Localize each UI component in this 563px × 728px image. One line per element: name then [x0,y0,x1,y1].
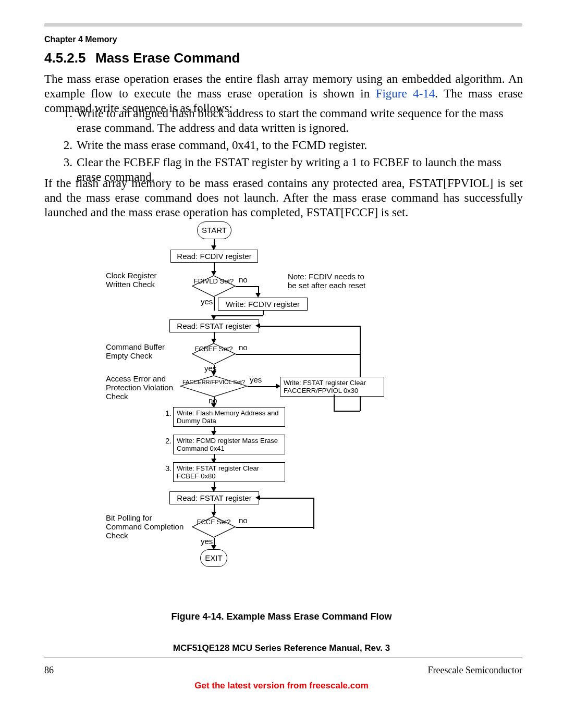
note-fcdiv: Note: FCDIV needs to be set after each r… [288,272,374,290]
figure-caption: Figure 4-14. Example Mass Erase Command … [0,611,563,622]
side-clock-check: Clock Register Written Check [106,271,174,289]
section-title: Mass Erase Command [95,50,240,66]
chapter-header: Chapter 4 Memory [44,35,117,44]
label-no: no [239,275,248,284]
label-no: no [239,343,248,352]
side-bitpoll: Bit Polling for Command Completion Check [106,513,189,540]
flowchart: START Read: FCDIV register FDIVLD Set? C… [104,221,417,604]
flow-read-fstat-1: Read: FSTAT register [169,319,259,332]
flow-step1: Write: Flash Memory Address and Dummy Da… [173,407,285,427]
flow-fcbef-decision: FCBEF Set? [192,343,236,365]
manual-title: MCF51QE128 MCU Series Reference Manual, … [0,643,563,653]
flow-faccerr-decision: FACCERR/FPVIOL Set? [180,375,248,397]
li-text: Write to an aligned flash block address … [77,106,522,135]
li-text: Write the mass erase command, 0x41, to t… [77,138,522,153]
label-yes: yes [201,537,213,546]
flow-fdivld-decision: FDIVLD Set? [192,275,236,297]
flow-exit: EXIT [200,549,227,567]
step-num: 3. [165,464,172,473]
page-number: 86 [44,665,54,676]
figure-ref-link[interactable]: Figure 4-14 [376,87,435,100]
get-latest-link[interactable]: Get the latest version from freescale.co… [0,681,563,691]
label-yes: yes [250,375,262,384]
step-num: 2. [165,436,172,445]
page: Chapter 4 Memory 4.5.2.5 Mass Erase Comm… [0,0,563,728]
side-cmdbuf: Command Buffer Empty Check [106,342,184,360]
label-yes: yes [201,297,213,306]
paragraph-2: If the flash array memory to be mass era… [44,176,523,220]
side-access: Access Error and Protection Violation Ch… [106,374,181,401]
flow-fccf-decision: FCCF Set? [192,516,236,538]
header-rule [44,23,522,27]
flow-step2: Write: FCMD register Mass Erase Command … [173,435,285,454]
flow-read-fstat-2: Read: FSTAT register [169,491,259,504]
brand-text: Freescale Semiconductor [428,665,522,676]
flow-clear-faccerr: Write: FSTAT register Clear FACCERR/FPVI… [280,377,384,397]
footer-rule [44,658,522,658]
list-item: 2.Write the mass erase command, 0x41, to… [59,138,522,153]
flow-read-fcdiv: Read: FCDIV register [170,250,258,263]
label-no: no [239,516,248,525]
ordered-list: 1.Write to an aligned flash block addres… [59,106,522,187]
flow-start: START [197,221,231,239]
section-number: 4.5.2.5 [44,50,86,66]
flow-step3: Write: FSTAT register Clear FCBEF 0x80 [173,462,285,482]
step-num: 1. [165,409,172,417]
flow-write-fcdiv: Write: FCDIV register [218,298,308,311]
list-item: 1.Write to an aligned flash block addres… [59,106,522,135]
